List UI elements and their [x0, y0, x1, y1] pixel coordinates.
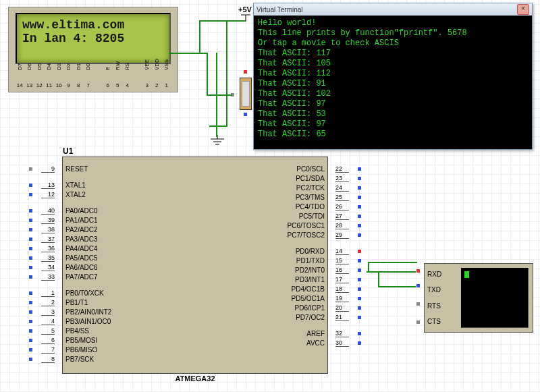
chip-pin[interactable]: AREF 32 [195, 329, 327, 338]
vterm-titlebar[interactable]: Virtual Terminal × [254, 3, 532, 16]
lcd-pins: D7 14D6 13D5 12D4 11D3 10D2 9D1 8D0 7 E [16, 54, 171, 88]
pin-label: PD6/ICP1 [295, 304, 325, 312]
chip-pin[interactable]: 37 PA3/ADC3 [63, 234, 195, 244]
chip-pin[interactable]: AVCC 30 [195, 338, 327, 347]
lcd-pin-label: D7 [17, 54, 23, 70]
chip-pin[interactable]: PD5/OC1A 19 [195, 293, 327, 303]
chip-pin[interactable]: 13 XTAL1 [63, 180, 195, 190]
pin-num: 9 [41, 165, 55, 173]
cursor-icon [464, 271, 469, 278]
chip-pin[interactable]: 6 PB5/MOSI [63, 335, 195, 345]
pin-num: 21 [335, 314, 349, 321]
pin-marker [358, 205, 361, 208]
chip-pin[interactable]: 9 RESET [63, 164, 195, 173]
lcd-pin-label: D1 [76, 54, 82, 70]
chip-pin[interactable]: 35 PA5/ADC5 [63, 253, 195, 262]
pin-num: 18 [335, 285, 349, 293]
chip-pin[interactable]: PD7/OC2 21 [195, 312, 327, 322]
pin-marker [358, 306, 361, 310]
pin-num: 37 [41, 235, 55, 243]
chip-pin[interactable]: 38 PA2/ADC2 [63, 225, 195, 234]
chip-pin[interactable]: 4 PB3/AIN1/OC0 [63, 316, 195, 326]
lcd-pin: D2 9 [65, 54, 74, 88]
pin-label: PB0/T0/XCK [65, 289, 104, 297]
lcd-pin-num: 10 [56, 82, 62, 88]
pin-label: PB2/AIN0/INT2 [65, 308, 111, 316]
serial-pin-label: TXD [427, 286, 441, 293]
chip-pin[interactable]: PC6/TOSC1 28 [195, 221, 327, 230]
chip-pin[interactable]: PC5/TDI 27 [195, 211, 327, 221]
serial-pin[interactable]: TXD [427, 284, 454, 296]
lcd-pin: E 6 [104, 54, 113, 88]
serial-pin[interactable]: CTS [427, 315, 454, 327]
chip-pin[interactable]: 8 PB7/SCK [63, 354, 195, 364]
wire [378, 271, 379, 286]
pin-marker [358, 233, 361, 237]
chip-pin[interactable]: PC1/SDA 23 [195, 173, 327, 183]
chip-pin[interactable]: PD3/INT1 17 [195, 275, 327, 284]
pin-marker [358, 186, 361, 190]
pin-num: 28 [335, 222, 349, 229]
chip-pin[interactable]: 40 PA0/ADC0 [63, 206, 195, 215]
pin-num: 22 [335, 165, 349, 173]
pin-num: 25 [335, 194, 349, 201]
potentiometer[interactable] [240, 78, 252, 110]
serial-pin[interactable]: RXD [427, 269, 454, 281]
chip-pin[interactable]: PD0/RXD 14 [195, 246, 327, 256]
pin-marker [358, 316, 361, 319]
pin-num: 23 [335, 175, 349, 182]
pin-num: 2 [41, 299, 55, 306]
chip-pin[interactable]: 5 PB4/SS [63, 326, 195, 335]
lcd-pin: D5 12 [35, 54, 44, 88]
serial-pin-label: CTS [427, 318, 441, 325]
chip-pin[interactable]: 12 XTAL2 [63, 190, 195, 199]
serial-module[interactable]: RXDTXDRTSCTS [424, 263, 533, 333]
pin-label: XTAL1 [65, 181, 86, 189]
pin-marker [29, 219, 32, 222]
chip-pin[interactable]: PC2/TCK 24 [195, 183, 327, 192]
close-icon[interactable]: × [517, 4, 529, 15]
pin-label: PD5/OC1A [292, 295, 325, 302]
pin-num: 29 [335, 231, 349, 239]
chip-pin[interactable]: PD6/ICP1 20 [195, 303, 327, 312]
chip-pin[interactable]: PC4/TDO 26 [195, 202, 327, 211]
pin-marker [29, 329, 32, 333]
pin-marker [29, 348, 32, 352]
mcu-chip[interactable]: U1 9 RESET 13 XTAL1 12 XTAL2 [62, 157, 328, 374]
lcd-pin-num: 4 [126, 82, 129, 88]
pin-marker [358, 196, 361, 199]
lcd-pin: VSS 1 [163, 54, 171, 88]
chip-pin[interactable]: 1 PB0/T0/XCK [63, 288, 195, 298]
chip-pin[interactable]: 7 PB6/MISO [63, 345, 195, 354]
chip-pin[interactable]: 34 PA6/ADC6 [63, 262, 195, 272]
chip-pin[interactable]: PC0/SCL 22 [195, 164, 327, 173]
lcd-pin: D4 11 [45, 54, 54, 88]
wire [368, 262, 369, 273]
pin-num: 13 [41, 181, 55, 189]
pin-num: 8 [41, 356, 55, 363]
serial-ext-pin [416, 269, 420, 273]
chip-pin[interactable]: 3 PB2/AIN0/INT2 [63, 307, 195, 316]
virtual-terminal[interactable]: Virtual Terminal × Hello world! This lin… [253, 3, 533, 150]
chip-pin[interactable]: PD2/INT0 16 [195, 265, 327, 275]
chip-pin[interactable]: 39 PA1/ADC1 [63, 215, 195, 225]
chip-pin[interactable]: PC7/TOSC2 29 [195, 230, 327, 240]
pin-label: PB4/SS [65, 327, 89, 335]
pin-num: 15 [335, 257, 349, 264]
chip-pin[interactable]: 2 PB1/T1 [63, 298, 195, 307]
pin-num: 20 [335, 304, 349, 312]
serial-pin[interactable]: RTS [427, 300, 454, 312]
pin-marker [358, 287, 361, 291]
vterm-body: Hello world! This line prints by functio… [254, 16, 532, 142]
lcd-pin-label: VSS [163, 54, 169, 70]
chip-pin[interactable]: 33 PA7/ADC7 [63, 272, 195, 281]
chip-pin[interactable]: 36 PA4/ADC4 [63, 244, 195, 253]
pin-marker [29, 247, 32, 250]
serial-pin-label: RTS [427, 302, 441, 310]
chip-pin[interactable]: PD4/OC1B 18 [195, 284, 327, 293]
chip-pin[interactable]: PC3/TMS 25 [195, 192, 327, 202]
pin-num: 26 [335, 203, 349, 211]
pin-label: PD1/TXD [296, 257, 325, 264]
pin-num: 32 [335, 330, 349, 337]
chip-pin[interactable]: PD1/TXD 15 [195, 256, 327, 265]
